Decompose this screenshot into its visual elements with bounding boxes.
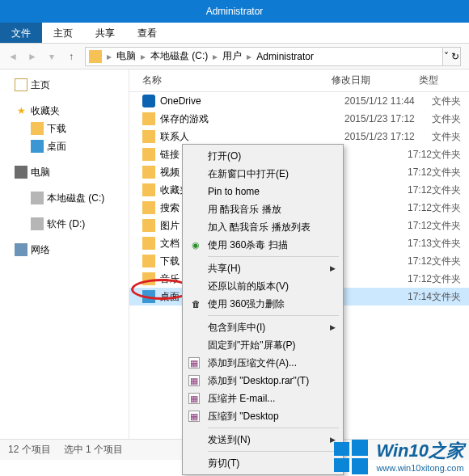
folder-icon: [142, 201, 155, 214]
ctx-pin-start[interactable]: 固定到"开始"屏幕(P): [185, 336, 340, 354]
tree-item-desktop[interactable]: 桌面: [0, 137, 129, 155]
ctx-label: 用 酷我音乐 播放: [208, 203, 281, 217]
network-icon: [15, 243, 27, 256]
ctx-cut[interactable]: 剪切(T): [185, 454, 340, 472]
nav-back-button[interactable]: ◄: [4, 48, 22, 65]
ctx-pin-home[interactable]: Pin to home: [185, 183, 340, 200]
file-date: 17:12: [344, 273, 432, 284]
folder-icon: [142, 272, 155, 285]
ctx-360-delete[interactable]: 🗑使用 360强力删除: [185, 295, 340, 313]
ctx-rar-email[interactable]: ▦压缩并 E-mail...: [185, 390, 340, 407]
ctx-kugou-add[interactable]: 加入 酷我音乐 播放列表: [185, 218, 340, 236]
status-count: 12 个项目: [8, 443, 51, 457]
refresh-button[interactable]: ˅ ↻: [443, 47, 461, 66]
file-date: 17:14: [344, 291, 432, 302]
ribbon-tabs: 文件 主页 共享 查看: [0, 23, 469, 44]
tab-share[interactable]: 共享: [84, 23, 126, 43]
ctx-label: 打开(O): [208, 150, 241, 163]
breadcrumb[interactable]: ▸ 电脑 ▸ 本地磁盘 (C:) ▸ 用户 ▸ Administrator: [85, 47, 443, 66]
tree-label: 软件 (D:): [47, 217, 85, 231]
file-name: 联系人: [160, 130, 344, 144]
tab-home[interactable]: 主页: [42, 23, 84, 43]
chevron-right-icon: ▶: [330, 264, 336, 272]
breadcrumb-item[interactable]: Administrator: [253, 51, 317, 62]
column-name[interactable]: 名称: [129, 74, 332, 87]
tree-item-favorites[interactable]: ★ 收藏夹: [0, 102, 129, 120]
computer-icon: [15, 166, 27, 179]
ctx-label: 还原以前的版本(V): [208, 280, 289, 293]
ctx-kugou-play[interactable]: 用 酷我音乐 播放: [185, 200, 340, 218]
file-date: 17:12: [344, 202, 432, 213]
chevron-right-icon[interactable]: ▸: [105, 51, 113, 62]
tree-item-drive-c[interactable]: 本地磁盘 (C:): [0, 189, 129, 207]
file-date: 17:12: [344, 166, 432, 178]
tree-item-downloads[interactable]: 下载: [0, 120, 129, 137]
svg-rect-3: [352, 458, 368, 474]
folder-icon: [142, 219, 155, 232]
window-title: Administrator: [206, 6, 264, 17]
folder-icon: [31, 122, 44, 135]
separator: [208, 428, 339, 428]
ctx-restore[interactable]: 还原以前的版本(V): [185, 277, 340, 295]
nav-recent-button[interactable]: ▾: [43, 48, 61, 65]
ctx-include-library[interactable]: 包含到库中(I)▶: [185, 318, 340, 336]
ctx-label: 使用 360强力删除: [208, 297, 285, 311]
breadcrumb-item[interactable]: 用户: [219, 49, 245, 63]
file-type: 文件夹: [432, 237, 469, 251]
file-row[interactable]: OneDrive2015/1/12 11:44文件夹: [129, 92, 469, 110]
breadcrumb-item[interactable]: 本地磁盘 (C:): [147, 49, 211, 63]
file-type: 文件夹: [432, 130, 469, 144]
ctx-label: 发送到(N): [208, 433, 251, 447]
file-date: 2015/1/23 17:12: [344, 113, 432, 124]
ctx-360-scan[interactable]: ◉使用 360杀毒 扫描: [185, 236, 340, 254]
rar-icon: ▦: [188, 357, 200, 369]
chevron-right-icon: ▶: [330, 323, 336, 331]
file-type: 文件夹: [432, 183, 469, 197]
nav-up-button[interactable]: ↑: [62, 48, 80, 65]
folder-icon: [142, 183, 155, 196]
ctx-send-to[interactable]: 发送到(N)▶: [185, 431, 340, 449]
tab-file[interactable]: 文件: [0, 23, 42, 43]
file-name: OneDrive: [160, 95, 344, 107]
chevron-right-icon[interactable]: ▸: [211, 51, 219, 62]
drive-icon: [31, 217, 44, 230]
ctx-add-rar-name[interactable]: ▦添加到 "Desktop.rar"(T): [185, 372, 340, 390]
tree-item-network[interactable]: 网络: [0, 241, 129, 259]
ctx-open[interactable]: 打开(O): [185, 147, 340, 165]
file-type: 文件夹: [432, 272, 469, 286]
ctx-add-rar[interactable]: ▦添加到压缩文件(A)...: [185, 354, 340, 372]
tree-label: 下载: [47, 122, 66, 136]
ctx-open-new-window[interactable]: 在新窗口中打开(E): [185, 165, 340, 183]
ctx-share[interactable]: 共享(H)▶: [185, 259, 340, 277]
file-date: 2015/1/12 11:44: [344, 95, 432, 107]
ctx-label: Pin to home: [208, 186, 260, 197]
file-type: 文件夹: [432, 201, 469, 215]
drive-icon: [31, 192, 44, 204]
ctx-label: 压缩到 "Desktop: [208, 410, 279, 423]
ctx-label: 添加到 "Desktop.rar"(T): [208, 374, 309, 388]
file-type: 文件夹: [432, 255, 469, 268]
column-type[interactable]: 类型: [419, 74, 466, 87]
status-selected: 选中 1 个项目: [64, 443, 123, 457]
file-type: 文件夹: [432, 95, 469, 108]
tree-item-computer[interactable]: 电脑: [0, 163, 129, 181]
ctx-rar-to[interactable]: ▦压缩到 "Desktop: [185, 407, 340, 425]
nav-forward-button[interactable]: ►: [23, 48, 41, 65]
file-row[interactable]: 联系人2015/1/23 17:12文件夹: [129, 128, 469, 145]
breadcrumb-item[interactable]: 电脑: [113, 49, 139, 63]
file-date: 17:13: [344, 238, 432, 249]
cloud-icon: [142, 95, 155, 107]
nav-toolbar: ◄ ► ▾ ↑ ▸ 电脑 ▸ 本地磁盘 (C:) ▸ 用户 ▸ Administ…: [0, 44, 469, 70]
folder-icon: [142, 148, 155, 161]
column-headers: 名称 修改日期 类型: [129, 70, 469, 92]
tab-view[interactable]: 查看: [126, 23, 168, 43]
chevron-right-icon[interactable]: ▸: [245, 51, 253, 62]
tree-item-drive-d[interactable]: 软件 (D:): [0, 215, 129, 233]
refresh-icon: ↻: [451, 51, 459, 62]
folder-icon: [142, 237, 155, 250]
file-row[interactable]: 保存的游戏2015/1/23 17:12文件夹: [129, 110, 469, 128]
chevron-right-icon[interactable]: ▸: [139, 51, 147, 62]
column-date[interactable]: 修改日期: [332, 74, 419, 87]
tree-item-home[interactable]: 主页: [0, 76, 129, 94]
tree-label: 电脑: [31, 166, 50, 179]
